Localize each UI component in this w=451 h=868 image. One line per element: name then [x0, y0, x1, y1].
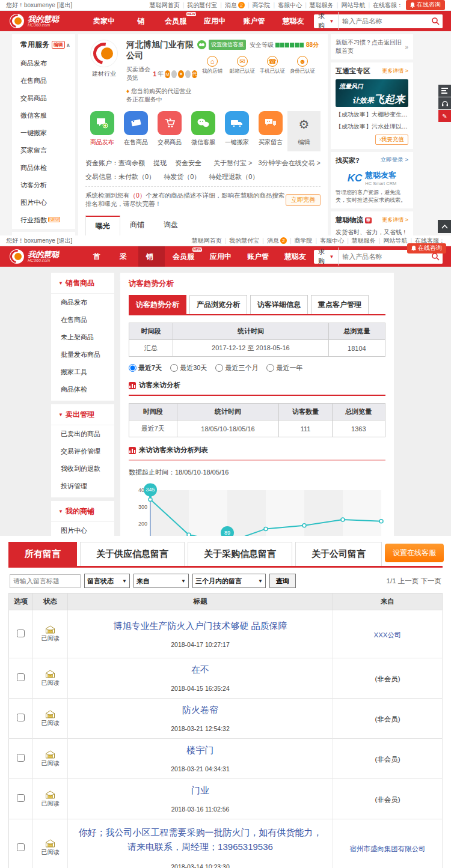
success-story-2[interactable]: 【成功故事】污水处理以前靠墙,现在靠什么? [336, 123, 408, 131]
fund-safety-link[interactable]: 资金安全 [175, 159, 201, 168]
period-filter-select[interactable]: 三个月内的留言▼ [192, 574, 266, 588]
email-verified[interactable]: ✉邮箱已认证 [227, 56, 257, 75]
link-hc-service[interactable]: 慧聪服务 [302, 1, 334, 10]
row-checkbox[interactable] [17, 630, 25, 637]
sidebar-item-publish[interactable]: 商品发布 [12, 55, 75, 72]
item-publish[interactable]: 商品发布 [51, 294, 114, 311]
sidebar-item-buyer-messages[interactable]: 买家留言 [12, 142, 75, 159]
search-category-select[interactable]: 求购▼ [314, 12, 339, 30]
tab-visitor-trend[interactable]: 访客趋势分析 [129, 295, 186, 314]
tab-exposure[interactable]: 曝光 [85, 216, 120, 235]
item-move-tool[interactable]: 搬家工具 [51, 363, 114, 381]
nav-membership[interactable]: 会员服务NEW [165, 246, 202, 267]
sidebar-item-industry-index[interactable]: 行业指数NEW [12, 211, 75, 229]
message-title-link[interactable]: 在不 [191, 664, 209, 675]
radio-7d[interactable]: 最近7天 [129, 363, 162, 372]
tab-company-messages[interactable]: 关于公司留言 [295, 542, 382, 566]
link-huifubao[interactable]: 我的慧付宝 [180, 1, 218, 10]
service-move[interactable]: 一键搬家 [220, 111, 254, 151]
nav-account[interactable]: 账户管理 [239, 246, 277, 267]
about-huifubao-link[interactable]: 关于慧付宝 > [213, 159, 252, 168]
nav-purchase[interactable]: 采购 [112, 246, 138, 267]
success-story-1[interactable]: 【成功故事】大棚秒变生态餐厅 互通宝带你... [336, 111, 408, 119]
services-edit[interactable]: ⚙ 编辑 [287, 111, 321, 151]
withdraw-link[interactable]: 提现 [153, 159, 167, 168]
setup-online-service-button[interactable]: 设置在线客服 [385, 544, 444, 562]
logout-link[interactable]: [退出] [57, 2, 73, 8]
hc360-logo[interactable]: 我的慧聪HC360.com [10, 249, 81, 264]
tab-product-views[interactable]: 产品浏览分析 [189, 295, 247, 314]
item-onsale[interactable]: 在售商品 [51, 311, 114, 329]
online-chat-button[interactable]: 在线咨询 [407, 243, 446, 253]
message-from[interactable]: XXX公司 [373, 631, 401, 639]
link-service-center[interactable]: 客服中心 [271, 1, 302, 10]
wechat-service-button[interactable]: 设置微信客服 [209, 40, 246, 50]
link-messages[interactable]: 消息2 [259, 237, 287, 245]
link-hc-home[interactable]: 慧聪网首页 [192, 237, 222, 245]
radio-3m[interactable]: 最近三个月 [215, 363, 258, 372]
nav-app-center[interactable]: 应用中心 [202, 246, 239, 267]
search-input[interactable] [339, 15, 428, 28]
online-chat-button[interactable]: 在线咨询 [406, 0, 445, 10]
sidebar-header[interactable]: 常用服务编辑∧ [12, 34, 75, 55]
to-ship-link[interactable]: 待发货（0） [164, 172, 200, 181]
tab-inquiry[interactable]: 询盘 [154, 216, 188, 235]
check-balance-link[interactable]: 查询余额 [118, 159, 145, 168]
phone-verified[interactable]: ☎手机已认证 [257, 56, 287, 75]
item-complaints[interactable]: 投诉管理 [51, 478, 114, 495]
tab-shop[interactable]: 商铺 [120, 216, 154, 235]
from-filter-select[interactable]: 来自▼ [133, 574, 189, 588]
sidebar-item-trade-goods[interactable]: 交易商品 [12, 90, 75, 107]
query-button[interactable]: 查询 [269, 574, 296, 588]
row-checkbox[interactable] [17, 673, 25, 681]
link-hc-home[interactable]: 慧聪网首页 [150, 1, 180, 10]
headset-icon[interactable] [438, 97, 451, 109]
sidebar-item-wechat-service[interactable]: 微信客服 [12, 107, 75, 124]
edit-badge[interactable]: 编辑 [52, 41, 65, 49]
search-button[interactable] [428, 14, 443, 28]
group-sold-mgmt[interactable]: ▼卖出管理 [51, 404, 114, 425]
tab-purchase-messages[interactable]: 关于采购信息留言 [188, 542, 292, 566]
sidebar-item-product-check[interactable]: 商品体检 [12, 159, 75, 177]
logistics-more-link[interactable]: 更多详情 > [382, 216, 408, 224]
hc360-logo[interactable]: 我的慧聪HC360.com [10, 14, 81, 28]
row-checkbox[interactable] [17, 794, 25, 802]
refund-link[interactable]: 待处理退款（0） [209, 172, 259, 181]
group-my-shop[interactable]: ▼我的商铺 [51, 501, 114, 522]
nav-account[interactable]: 账户管理 [236, 11, 275, 31]
item-product-check[interactable]: 商品体检 [51, 381, 114, 398]
link-service-center[interactable]: 客服中心 [313, 237, 345, 245]
sidebar-item-image-center[interactable]: 图片中心 [12, 194, 75, 211]
message-title-link[interactable]: 门业 [191, 785, 209, 795]
my-shop-link[interactable]: ⌂我的店铺 [197, 56, 227, 75]
logout-link[interactable]: [退出] [57, 237, 73, 244]
login-now-link[interactable]: 立即登录 > [381, 156, 408, 165]
row-checkbox[interactable] [17, 754, 25, 762]
status-filter-select[interactable]: 留言状态▼ [84, 574, 130, 588]
item-reviews[interactable]: 交易评价管理 [51, 443, 114, 460]
identity-verified[interactable]: ☻身份已认证 [287, 56, 318, 75]
service-wechat[interactable]: 微信客服 [186, 111, 220, 151]
link-site-nav[interactable]: 网站导航 [376, 237, 408, 245]
message-title-input[interactable] [10, 574, 81, 588]
sidebar-item-onsale[interactable]: 在售商品 [12, 72, 75, 90]
item-batch-publish[interactable]: 批量发布商品 [51, 346, 114, 363]
message-from[interactable]: 宿州市盛向集团有限公司 [349, 845, 426, 852]
nav-home[interactable]: 首页 [85, 246, 112, 267]
service-publish[interactable]: 商品发布 [85, 111, 119, 151]
sidebar-item-visitor-analysis[interactable]: 访客分析 [12, 177, 75, 194]
next-page-link[interactable]: 下一页 [421, 577, 442, 584]
message-title-link[interactable]: 防火卷帘 [182, 705, 218, 715]
unpaid-link[interactable]: 未付款（0） [118, 172, 155, 181]
tab-supply-messages[interactable]: 关于供应信息留言 [80, 542, 185, 566]
back-to-top-button[interactable] [438, 220, 451, 233]
tab-all-messages[interactable]: 所有留言 [8, 542, 77, 566]
improve-now-button[interactable]: 立即完善 [286, 194, 321, 206]
prev-page-link[interactable]: 上一页 [398, 577, 419, 584]
nav-hc-crm[interactable]: 慧聪友客 [277, 246, 314, 267]
more-details-link[interactable]: 更多详情 > [382, 67, 408, 75]
nav-membership[interactable]: 会员服务NEW [157, 11, 196, 31]
item-refunds[interactable]: 我收到的退款 [51, 460, 114, 478]
service-onsale[interactable]: 在售商品 [119, 111, 153, 151]
old-version-link[interactable]: 新版不习惯？点击返回旧版首页» [331, 34, 413, 59]
